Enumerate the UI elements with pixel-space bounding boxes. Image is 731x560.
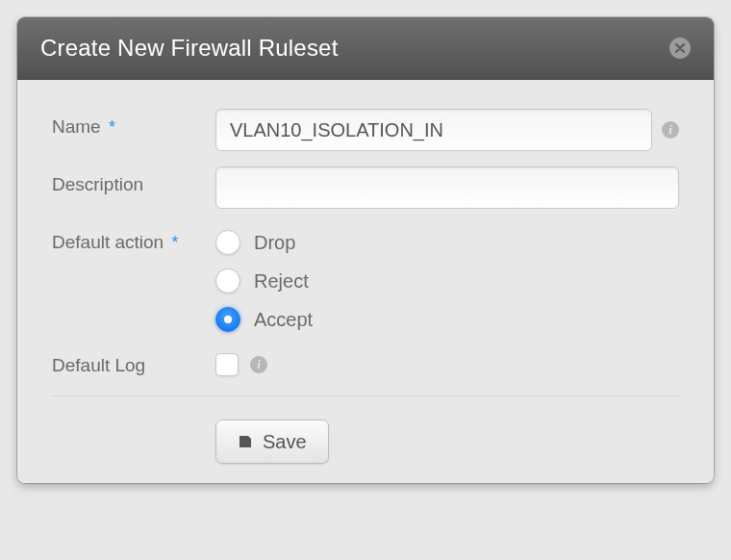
name-row: Name * i: [52, 109, 679, 151]
name-control: i: [215, 109, 679, 151]
close-button[interactable]: [669, 38, 691, 59]
radio-option-accept[interactable]: Accept: [215, 307, 313, 332]
save-icon: [238, 434, 253, 449]
modal-dialog: Create New Firewall Ruleset Name * i Des…: [17, 17, 714, 483]
description-control: [215, 166, 679, 209]
required-star: *: [171, 233, 178, 252]
info-icon[interactable]: i: [662, 121, 679, 139]
radio-input[interactable]: [215, 268, 240, 293]
close-icon: [675, 43, 685, 53]
modal-header: Create New Firewall Ruleset: [17, 17, 714, 80]
default-log-control: i: [215, 347, 267, 376]
name-input[interactable]: [215, 109, 652, 151]
radio-label: Accept: [254, 309, 313, 331]
save-button[interactable]: Save: [215, 420, 329, 464]
footer-spacer: [52, 420, 215, 464]
radio-label: Drop: [254, 232, 295, 254]
description-row: Description: [52, 166, 679, 209]
info-icon[interactable]: i: [250, 356, 267, 373]
name-label-text: Name: [52, 116, 101, 137]
default-action-radio-group: Drop Reject Accept: [215, 224, 313, 332]
footer-row: Save: [52, 420, 679, 464]
save-button-label: Save: [263, 431, 307, 453]
default-action-label: Default action *: [52, 224, 215, 253]
modal-title: Create New Firewall Ruleset: [40, 35, 339, 62]
default-action-label-text: Default action: [52, 232, 164, 252]
radio-label: Reject: [254, 270, 309, 293]
required-star: *: [109, 117, 115, 137]
description-label: Description: [52, 166, 215, 195]
description-input[interactable]: [215, 166, 679, 209]
default-action-row: Default action * Drop Reject Accept: [52, 224, 679, 332]
name-label: Name *: [52, 109, 215, 138]
radio-option-reject[interactable]: Reject: [215, 268, 313, 293]
default-log-checkbox[interactable]: [215, 353, 239, 376]
radio-input[interactable]: [215, 230, 240, 255]
default-log-row: Default Log i: [52, 347, 679, 376]
default-log-label: Default Log: [52, 347, 215, 376]
radio-input[interactable]: [215, 307, 240, 332]
radio-option-drop[interactable]: Drop: [215, 230, 313, 255]
divider: [52, 395, 679, 396]
modal-body: Name * i Description Default action *: [17, 80, 714, 483]
